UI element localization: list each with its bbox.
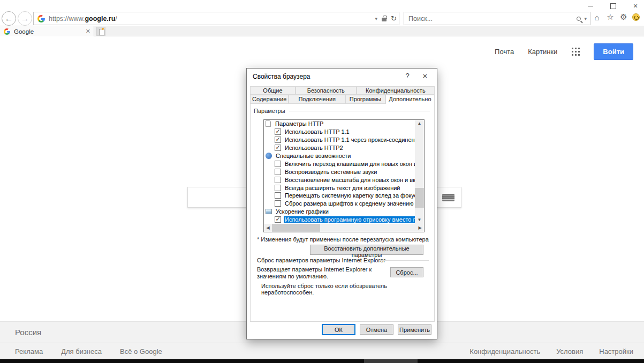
- tab-title: Google: [14, 28, 86, 35]
- taskbar-edge: [0, 359, 644, 363]
- google-page-header: Почта Картинки Войти: [495, 44, 633, 59]
- browser-search-input[interactable]: [408, 15, 577, 22]
- footer-link-right-0[interactable]: Конфиденциальность: [469, 347, 540, 356]
- minimize-button-icon[interactable]: [585, 2, 596, 10]
- google-apps-grid-icon[interactable]: [571, 47, 580, 56]
- dialog-help-icon[interactable]: ?: [404, 72, 411, 80]
- scroll-right-icon[interactable]: ▶: [416, 224, 424, 232]
- setting-label[interactable]: Сброс размера шрифтов к среднему значени…: [284, 200, 415, 207]
- scroll-up-icon[interactable]: ▲: [415, 120, 424, 127]
- setting-label[interactable]: Всегда расширять текст для изображений: [284, 185, 401, 191]
- checkbox[interactable]: [275, 200, 281, 207]
- checkbox[interactable]: [275, 169, 281, 175]
- horizontal-scrollbar[interactable]: ◀ ▶: [264, 224, 424, 232]
- footer-links-right: КонфиденциальностьУсловияНастройки: [469, 347, 633, 356]
- address-bar[interactable]: https://www.google.ru/ ▾ ↻: [33, 12, 399, 25]
- setting-label[interactable]: Использовать HTTP2: [284, 145, 344, 151]
- setting-row[interactable]: Перемещать системную каретку вслед за фо…: [264, 192, 415, 200]
- settings-gear-icon[interactable]: ⚙: [619, 12, 628, 22]
- search-icon[interactable]: [577, 17, 581, 21]
- advanced-settings-listbox[interactable]: Параметры HTTPИспользовать HTTP 1.1Испол…: [263, 119, 425, 232]
- header-link-mail[interactable]: Почта: [495, 48, 514, 56]
- dialog-titlebar[interactable]: Свойства браузера ? ×: [247, 69, 437, 84]
- cancel-button[interactable]: Отмена: [360, 324, 393, 335]
- setting-row[interactable]: Сброс размера шрифтов к среднему значени…: [264, 200, 415, 208]
- scroll-left-icon[interactable]: ◀: [264, 224, 272, 232]
- checkbox[interactable]: [275, 145, 281, 151]
- setting-label[interactable]: Перемещать системную каретку вслед за фо…: [284, 192, 415, 199]
- header-link-images[interactable]: Картинки: [528, 48, 557, 56]
- browser-chrome: × ← → https://www.google.ru/ ▾ ↻ ▾ ⌂ ☆ ⚙…: [0, 0, 644, 36]
- apply-button[interactable]: Применить: [398, 324, 431, 335]
- tab-bar: Google ✕: [0, 26, 644, 36]
- setting-label[interactable]: Специальные возможности: [275, 153, 352, 159]
- footer-link-0[interactable]: Реклама: [15, 347, 43, 356]
- vertical-scrollbar[interactable]: ▲ ▼: [415, 120, 424, 224]
- ok-button[interactable]: ОК: [322, 324, 355, 335]
- dialog-close-icon[interactable]: ×: [421, 71, 429, 80]
- setting-label[interactable]: Использовать программную отрисовку вмест…: [284, 216, 415, 223]
- setting-row[interactable]: Использовать HTTP2: [264, 144, 415, 152]
- refresh-icon[interactable]: ↻: [391, 14, 397, 22]
- checkbox[interactable]: [275, 161, 281, 167]
- checkbox[interactable]: [275, 192, 281, 199]
- dialog-tab-3[interactable]: Конфиденциальность: [357, 86, 435, 95]
- browser-search-bar[interactable]: ▾: [404, 12, 590, 25]
- setting-label[interactable]: Восстановление масштаба для новых окон и…: [284, 177, 415, 183]
- vertical-scroll-thumb[interactable]: [415, 188, 424, 208]
- tab-close-icon[interactable]: ✕: [86, 28, 90, 35]
- address-url[interactable]: https://www.google.ru/: [49, 15, 375, 22]
- browser-tab-google[interactable]: Google ✕: [0, 26, 94, 36]
- address-dropdown-icon[interactable]: ▾: [375, 16, 378, 21]
- setting-label[interactable]: Ускорение графики: [275, 208, 330, 215]
- horizontal-scroll-thumb[interactable]: [272, 224, 320, 232]
- checkbox[interactable]: [275, 177, 281, 183]
- restore-advanced-settings-button[interactable]: Восстановить дополнительные параметры: [310, 245, 423, 255]
- setting-label[interactable]: Параметры HTTP: [274, 120, 324, 127]
- search-dropdown-icon[interactable]: ▾: [584, 16, 587, 21]
- internet-options-dialog: Свойства браузера ? × ОбщиеБезопасностьК…: [246, 68, 437, 339]
- favorites-icon[interactable]: ☆: [605, 12, 615, 22]
- setting-row[interactable]: Всегда расширять текст для изображений: [264, 184, 415, 192]
- setting-row[interactable]: Использовать HTTP 1.1: [264, 128, 415, 136]
- dialog-tab-2[interactable]: Безопасность: [296, 86, 357, 95]
- dialog-tab-2[interactable]: Подключения: [289, 95, 345, 103]
- footer-link-right-2[interactable]: Настройки: [599, 347, 633, 356]
- setting-row[interactable]: Использовать HTTP 1.1 через прокси-соеди…: [264, 136, 415, 144]
- home-icon[interactable]: ⌂: [592, 13, 602, 22]
- new-tab-button[interactable]: [96, 27, 105, 36]
- setting-row[interactable]: Воспроизводить системные звуки: [264, 168, 415, 176]
- footer-link-1[interactable]: Для бизнеса: [61, 347, 102, 356]
- settings-group-row[interactable]: Параметры HTTP: [264, 120, 415, 128]
- dialog-tab-3[interactable]: Программы: [345, 95, 385, 103]
- reset-group-label: Сброс параметров параметры Internet Expl…: [257, 257, 385, 263]
- back-button[interactable]: ←: [2, 11, 16, 26]
- checkbox[interactable]: [275, 137, 281, 143]
- setting-row[interactable]: Включить переход клавишами для новых око…: [264, 160, 415, 168]
- settings-group-row[interactable]: Ускорение графики: [264, 208, 415, 216]
- checkbox[interactable]: [275, 216, 281, 223]
- footer-link-right-1[interactable]: Условия: [556, 347, 583, 356]
- forward-button[interactable]: →: [18, 11, 32, 26]
- setting-row[interactable]: Восстановление масштаба для новых окон и…: [264, 176, 415, 184]
- restore-button-icon[interactable]: [608, 2, 618, 10]
- close-window-icon[interactable]: ×: [630, 2, 641, 10]
- setting-label[interactable]: Включить переход клавишами для новых око…: [284, 161, 415, 167]
- checkbox[interactable]: [275, 128, 281, 135]
- signin-button[interactable]: Войти: [594, 43, 633, 60]
- keyboard-icon[interactable]: [442, 194, 454, 201]
- dialog-tab-1[interactable]: Общие: [250, 86, 296, 95]
- settings-group-row[interactable]: Специальные возможности: [264, 152, 415, 160]
- checkbox[interactable]: [275, 185, 281, 191]
- setting-label[interactable]: Использовать HTTP 1.1: [284, 128, 351, 135]
- dialog-tab-1[interactable]: Содержание: [250, 95, 289, 103]
- setting-label[interactable]: Использовать HTTP 1.1 через прокси-соеди…: [284, 137, 415, 143]
- footer-link-2[interactable]: Всё о Google: [120, 347, 162, 356]
- scroll-down-icon[interactable]: ▼: [415, 216, 424, 224]
- feedback-smiley-icon[interactable]: [632, 13, 640, 21]
- dialog-tabs: ОбщиеБезопасностьКонфиденциальность Соде…: [250, 86, 435, 104]
- setting-label[interactable]: Воспроизводить системные звуки: [284, 169, 378, 175]
- dialog-tab-4[interactable]: Дополнительно: [385, 95, 435, 104]
- setting-row[interactable]: Использовать программную отрисовку вмест…: [264, 216, 415, 224]
- reset-button[interactable]: Сброс...: [390, 267, 423, 277]
